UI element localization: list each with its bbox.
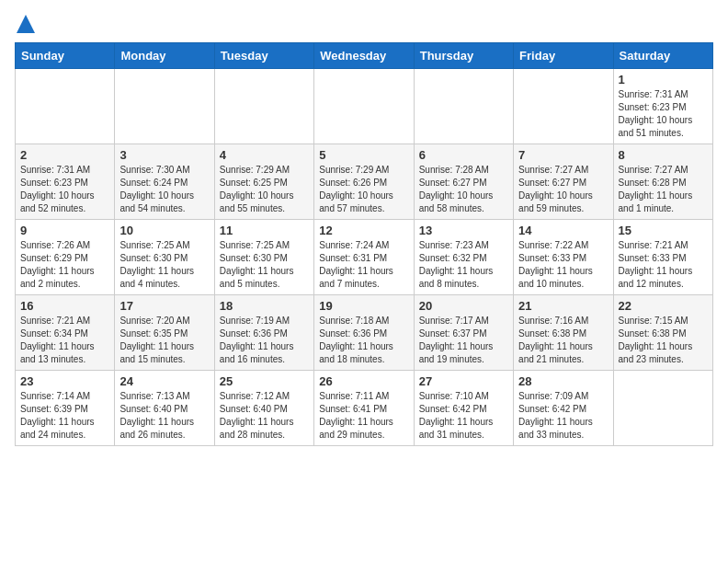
day-info: Sunrise: 7:25 AM Sunset: 6:30 PM Dayligh…	[220, 239, 309, 291]
day-number: 10	[119, 224, 209, 237]
calendar-cell: 11Sunrise: 7:25 AM Sunset: 6:30 PM Dayli…	[214, 220, 313, 295]
day-number: 4	[220, 148, 309, 162]
day-number: 11	[220, 224, 309, 237]
weekday-header-thursday: Thursday	[414, 43, 513, 69]
calendar-cell: 6Sunrise: 7:28 AM Sunset: 6:27 PM Daylig…	[414, 144, 513, 220]
day-info: Sunrise: 7:12 AM Sunset: 6:40 PM Dayligh…	[220, 390, 309, 442]
calendar-cell: 25Sunrise: 7:12 AM Sunset: 6:40 PM Dayli…	[214, 371, 313, 446]
calendar-cell: 2Sunrise: 7:31 AM Sunset: 6:23 PM Daylig…	[16, 144, 115, 220]
day-info: Sunrise: 7:18 AM Sunset: 6:36 PM Dayligh…	[319, 315, 408, 366]
day-number: 15	[619, 224, 708, 237]
day-number: 24	[119, 374, 209, 388]
day-number: 23	[20, 374, 109, 388]
calendar-cell: 3Sunrise: 7:30 AM Sunset: 6:24 PM Daylig…	[115, 144, 214, 220]
calendar-week-1: 1Sunrise: 7:31 AM Sunset: 6:23 PM Daylig…	[16, 69, 713, 144]
calendar-cell: 9Sunrise: 7:26 AM Sunset: 6:29 PM Daylig…	[16, 220, 115, 295]
calendar-week-4: 16Sunrise: 7:21 AM Sunset: 6:34 PM Dayli…	[16, 295, 713, 371]
day-number: 25	[220, 374, 309, 388]
weekday-header-saturday: Saturday	[613, 43, 712, 69]
calendar-cell: 10Sunrise: 7:25 AM Sunset: 6:30 PM Dayli…	[115, 220, 214, 295]
day-number: 18	[220, 299, 309, 313]
day-info: Sunrise: 7:17 AM Sunset: 6:37 PM Dayligh…	[419, 315, 508, 366]
day-info: Sunrise: 7:31 AM Sunset: 6:23 PM Dayligh…	[20, 164, 109, 215]
calendar-cell	[314, 69, 414, 144]
day-info: Sunrise: 7:30 AM Sunset: 6:24 PM Dayligh…	[119, 164, 209, 215]
calendar-cell	[414, 69, 513, 144]
day-number: 20	[419, 299, 508, 313]
calendar-cell: 13Sunrise: 7:23 AM Sunset: 6:32 PM Dayli…	[414, 220, 513, 295]
day-number: 1	[619, 73, 708, 86]
calendar-cell: 5Sunrise: 7:29 AM Sunset: 6:26 PM Daylig…	[314, 144, 414, 220]
logo	[15, 15, 35, 31]
day-info: Sunrise: 7:21 AM Sunset: 6:33 PM Dayligh…	[619, 239, 708, 291]
day-info: Sunrise: 7:19 AM Sunset: 6:36 PM Dayligh…	[220, 315, 309, 366]
day-number: 2	[20, 148, 109, 162]
day-info: Sunrise: 7:20 AM Sunset: 6:35 PM Dayligh…	[119, 315, 209, 366]
day-info: Sunrise: 7:21 AM Sunset: 6:34 PM Dayligh…	[20, 315, 109, 366]
day-number: 16	[20, 299, 109, 313]
day-number: 7	[518, 148, 608, 162]
calendar-cell: 21Sunrise: 7:16 AM Sunset: 6:38 PM Dayli…	[514, 295, 613, 371]
calendar-week-2: 2Sunrise: 7:31 AM Sunset: 6:23 PM Daylig…	[16, 144, 713, 220]
calendar-cell	[214, 69, 313, 144]
calendar-cell: 17Sunrise: 7:20 AM Sunset: 6:35 PM Dayli…	[115, 295, 214, 371]
calendar-cell: 28Sunrise: 7:09 AM Sunset: 6:42 PM Dayli…	[514, 371, 613, 446]
weekday-header-wednesday: Wednesday	[314, 43, 414, 69]
day-info: Sunrise: 7:22 AM Sunset: 6:33 PM Dayligh…	[518, 239, 608, 291]
day-info: Sunrise: 7:27 AM Sunset: 6:28 PM Dayligh…	[619, 164, 708, 215]
day-info: Sunrise: 7:31 AM Sunset: 6:23 PM Dayligh…	[619, 88, 708, 140]
day-info: Sunrise: 7:16 AM Sunset: 6:38 PM Dayligh…	[518, 315, 608, 366]
svg-marker-0	[17, 15, 35, 33]
calendar-cell: 18Sunrise: 7:19 AM Sunset: 6:36 PM Dayli…	[214, 295, 313, 371]
day-info: Sunrise: 7:28 AM Sunset: 6:27 PM Dayligh…	[419, 164, 508, 215]
calendar-table: SundayMondayTuesdayWednesdayThursdayFrid…	[15, 42, 713, 446]
day-number: 5	[319, 148, 408, 162]
calendar-cell: 23Sunrise: 7:14 AM Sunset: 6:39 PM Dayli…	[16, 371, 115, 446]
day-info: Sunrise: 7:09 AM Sunset: 6:42 PM Dayligh…	[518, 390, 608, 442]
day-number: 21	[518, 299, 608, 313]
calendar-cell: 12Sunrise: 7:24 AM Sunset: 6:31 PM Dayli…	[314, 220, 414, 295]
day-number: 9	[20, 224, 109, 237]
calendar-cell: 14Sunrise: 7:22 AM Sunset: 6:33 PM Dayli…	[514, 220, 613, 295]
day-info: Sunrise: 7:11 AM Sunset: 6:41 PM Dayligh…	[319, 390, 408, 442]
day-number: 14	[518, 224, 608, 237]
day-info: Sunrise: 7:13 AM Sunset: 6:40 PM Dayligh…	[119, 390, 209, 442]
weekday-header-row: SundayMondayTuesdayWednesdayThursdayFrid…	[16, 43, 713, 69]
day-number: 8	[619, 148, 708, 162]
weekday-header-monday: Monday	[115, 43, 214, 69]
logo-triangle-icon	[17, 15, 35, 33]
calendar-cell: 27Sunrise: 7:10 AM Sunset: 6:42 PM Dayli…	[414, 371, 513, 446]
day-number: 19	[319, 299, 408, 313]
calendar-cell: 16Sunrise: 7:21 AM Sunset: 6:34 PM Dayli…	[16, 295, 115, 371]
day-number: 13	[419, 224, 508, 237]
calendar-cell: 19Sunrise: 7:18 AM Sunset: 6:36 PM Dayli…	[314, 295, 414, 371]
calendar-cell: 15Sunrise: 7:21 AM Sunset: 6:33 PM Dayli…	[613, 220, 712, 295]
weekday-header-friday: Friday	[514, 43, 613, 69]
page-header	[15, 15, 713, 31]
calendar-cell: 7Sunrise: 7:27 AM Sunset: 6:27 PM Daylig…	[514, 144, 613, 220]
day-info: Sunrise: 7:26 AM Sunset: 6:29 PM Dayligh…	[20, 239, 109, 291]
calendar-cell: 1Sunrise: 7:31 AM Sunset: 6:23 PM Daylig…	[613, 69, 712, 144]
day-number: 26	[319, 374, 408, 388]
day-number: 22	[619, 299, 708, 313]
day-info: Sunrise: 7:24 AM Sunset: 6:31 PM Dayligh…	[319, 239, 408, 291]
day-info: Sunrise: 7:10 AM Sunset: 6:42 PM Dayligh…	[419, 390, 508, 442]
day-number: 6	[419, 148, 508, 162]
calendar-cell: 26Sunrise: 7:11 AM Sunset: 6:41 PM Dayli…	[314, 371, 414, 446]
calendar-cell: 8Sunrise: 7:27 AM Sunset: 6:28 PM Daylig…	[613, 144, 712, 220]
day-number: 27	[419, 374, 508, 388]
calendar-week-5: 23Sunrise: 7:14 AM Sunset: 6:39 PM Dayli…	[16, 371, 713, 446]
calendar-cell	[16, 69, 115, 144]
calendar-week-3: 9Sunrise: 7:26 AM Sunset: 6:29 PM Daylig…	[16, 220, 713, 295]
day-info: Sunrise: 7:15 AM Sunset: 6:38 PM Dayligh…	[619, 315, 708, 366]
calendar-cell	[514, 69, 613, 144]
calendar-cell: 20Sunrise: 7:17 AM Sunset: 6:37 PM Dayli…	[414, 295, 513, 371]
day-number: 17	[119, 299, 209, 313]
day-number: 3	[119, 148, 209, 162]
day-info: Sunrise: 7:27 AM Sunset: 6:27 PM Dayligh…	[518, 164, 608, 215]
calendar-cell: 4Sunrise: 7:29 AM Sunset: 6:25 PM Daylig…	[214, 144, 313, 220]
calendar-cell: 22Sunrise: 7:15 AM Sunset: 6:38 PM Dayli…	[613, 295, 712, 371]
day-info: Sunrise: 7:25 AM Sunset: 6:30 PM Dayligh…	[119, 239, 209, 291]
day-info: Sunrise: 7:29 AM Sunset: 6:26 PM Dayligh…	[319, 164, 408, 215]
day-info: Sunrise: 7:23 AM Sunset: 6:32 PM Dayligh…	[419, 239, 508, 291]
